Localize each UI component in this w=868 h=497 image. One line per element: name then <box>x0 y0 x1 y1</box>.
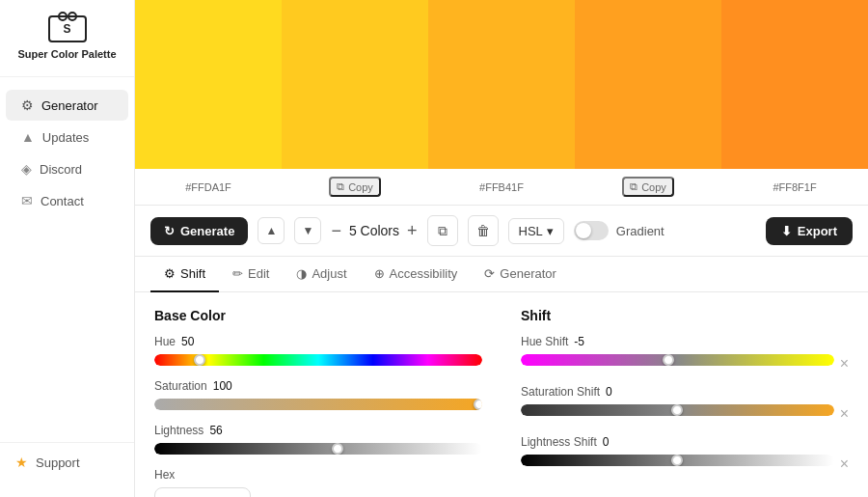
lightness-slider[interactable] <box>154 443 482 455</box>
sat-shift-reset[interactable]: × <box>840 406 849 422</box>
sidebar-item-updates[interactable]: ▲ Updates <box>6 122 128 152</box>
saturation-label: Saturation 100 <box>154 379 482 393</box>
hue-label-text: Hue <box>154 335 176 348</box>
adjust-tab-icon: ◑ <box>296 266 307 281</box>
sat-thumb[interactable] <box>474 399 482 410</box>
saturation-group: Saturation 100 <box>154 379 482 410</box>
increase-count-button[interactable]: + <box>407 222 418 239</box>
tab-edit[interactable]: ✏ Edit <box>219 257 283 292</box>
hue-shift-thumb[interactable] <box>663 354 674 366</box>
decrease-count-button[interactable]: − <box>331 222 341 239</box>
hue-shift-reset[interactable]: × <box>840 356 849 372</box>
sidebar-item-generator[interactable]: ⚙ Generator <box>6 90 128 121</box>
hue-thumb[interactable] <box>194 354 205 366</box>
duplicate-button[interactable]: ⧉ <box>427 215 458 246</box>
light-shift-reset[interactable]: × <box>840 456 849 472</box>
swatch-5[interactable] <box>721 0 868 169</box>
base-color-panel: Base Color Hue 50 Saturation 100 <box>154 308 482 497</box>
saturation-label-text: Saturation <box>154 379 207 393</box>
tab-generator[interactable]: ⟳ Generator <box>471 257 570 292</box>
tab-adjust[interactable]: ◑ Adjust <box>283 257 360 292</box>
sidebar-item-contact[interactable]: ✉ Contact <box>6 185 128 216</box>
light-shift-slider[interactable] <box>521 455 834 466</box>
saturation-value: 100 <box>213 379 232 393</box>
hue-shift-track <box>521 354 834 366</box>
content-area: Base Color Hue 50 Saturation 100 <box>135 292 868 497</box>
redo-button[interactable]: ▼ <box>294 217 321 244</box>
generate-button[interactable]: ↻ Generate <box>150 217 248 245</box>
hue-slider[interactable] <box>154 354 482 366</box>
light-shift-row: × <box>521 455 849 472</box>
swatch-2[interactable] <box>282 0 428 169</box>
base-color-title: Base Color <box>154 308 482 323</box>
copy-icon-2: ⧉ <box>337 180 344 193</box>
lightness-label: Lightness 56 <box>154 424 482 437</box>
shift-tab-icon: ⚙ <box>164 266 176 281</box>
hex-label: Hex <box>154 468 482 482</box>
mode-label: HSL <box>519 224 543 238</box>
hex-box[interactable]: #FFDA1F <box>154 487 251 497</box>
sat-shift-thumb[interactable] <box>671 404 683 416</box>
generate-icon: ↻ <box>164 224 175 238</box>
undo-button[interactable]: ▲ <box>258 217 285 244</box>
main-area: #FFDA1F ⧉ Copy #FFB41F ⧉ Copy #FF8F1F ↻ … <box>135 0 868 497</box>
swatch-4[interactable] <box>575 0 721 169</box>
tab-shift[interactable]: ⚙ Shift <box>150 257 219 292</box>
swatch-labels: #FFDA1F ⧉ Copy #FFB41F ⧉ Copy #FF8F1F <box>135 169 868 206</box>
swatch-label-2: ⧉ Copy <box>282 169 428 205</box>
light-shift-sliders <box>521 455 834 466</box>
light-thumb[interactable] <box>332 443 343 455</box>
chevron-down-icon: ▾ <box>547 224 554 238</box>
updates-icon: ▲ <box>21 129 35 145</box>
sat-shift-value: 0 <box>606 385 612 399</box>
saturation-slider[interactable] <box>154 399 482 410</box>
toggle-switch[interactable] <box>574 221 609 240</box>
hex-5: #FF8F1F <box>773 181 816 193</box>
gradient-toggle[interactable]: Gradient <box>574 221 665 240</box>
swatch-3[interactable] <box>428 0 575 169</box>
hue-shift-sliders <box>521 354 834 366</box>
sidebar-item-discord[interactable]: ◈ Discord <box>6 153 128 184</box>
sidebar-item-updates-label: Updates <box>42 130 89 145</box>
tabs-bar: ⚙ Shift ✏ Edit ◑ Adjust ⊕ Accessibility … <box>135 257 868 292</box>
count-controls: − 5 Colors + <box>331 222 417 239</box>
sat-shift-slider[interactable] <box>521 404 834 416</box>
star-icon: ★ <box>15 455 28 470</box>
copy-icon-4: ⧉ <box>630 180 637 193</box>
light-shift-group: Lightness Shift 0 × <box>521 435 849 472</box>
swatch-label-5: #FF8F1F <box>721 169 868 205</box>
sat-shift-label-text: Saturation Shift <box>521 385 600 399</box>
accessibility-tab-icon: ⊕ <box>374 266 385 281</box>
controls-bar: ↻ Generate ▲ ▼ − 5 Colors + ⧉ 🗑 HSL ▾ Gr… <box>135 206 868 257</box>
sidebar-footer: ★ Support <box>0 442 134 482</box>
sidebar-title: Super Color Palette <box>17 48 116 61</box>
light-shift-thumb[interactable] <box>671 455 683 466</box>
shift-title: Shift <box>521 308 849 323</box>
copy-button-4[interactable]: ⧉ Copy <box>622 177 674 197</box>
light-shift-value: 0 <box>603 435 610 449</box>
swatch-label-4: ⧉ Copy <box>575 169 721 205</box>
hue-shift-label: Hue Shift -5 <box>521 335 849 348</box>
light-shift-label: Lightness Shift 0 <box>521 435 849 449</box>
download-icon: ⬇ <box>781 224 792 238</box>
contact-icon: ✉ <box>21 193 33 208</box>
delete-button[interactable]: 🗑 <box>468 215 499 246</box>
swatch-label-3: #FFB41F <box>428 169 575 205</box>
hue-value: 50 <box>181 335 194 348</box>
support-label: Support <box>36 456 80 470</box>
hue-shift-label-text: Hue Shift <box>521 335 568 348</box>
mode-select[interactable]: HSL ▾ <box>508 218 564 244</box>
tab-adjust-label: Adjust <box>312 266 346 281</box>
lightness-label-text: Lightness <box>154 424 203 437</box>
hue-shift-slider[interactable] <box>521 354 834 366</box>
copy-button-2[interactable]: ⧉ Copy <box>329 177 381 197</box>
hex-1: #FFDA1F <box>185 181 231 193</box>
tab-accessibility[interactable]: ⊕ Accessibility <box>361 257 472 292</box>
trash-icon: 🗑 <box>476 223 490 238</box>
support-item[interactable]: ★ Support <box>15 455 119 470</box>
sidebar-nav: ⚙ Generator ▲ Updates ◈ Discord ✉ Contac… <box>0 89 134 442</box>
export-button[interactable]: ⬇ Export <box>766 217 853 245</box>
tab-generator-label: Generator <box>500 266 556 281</box>
swatch-1[interactable] <box>135 0 282 169</box>
swatch-label-1: #FFDA1F <box>135 169 282 205</box>
